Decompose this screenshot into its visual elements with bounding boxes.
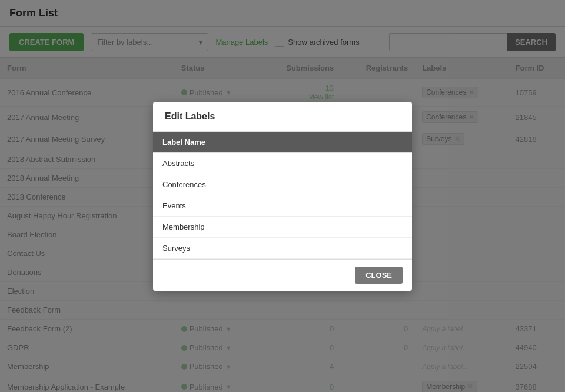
modal-col-label-name: Label Name: [153, 132, 412, 153]
modal-label-name: Conferences: [153, 174, 412, 195]
modal-label-name: Events: [153, 195, 412, 216]
edit-labels-modal: Edit Labels Label Name AbstractsConferen…: [153, 102, 412, 291]
modal-label-row[interactable]: Surveys: [153, 237, 412, 258]
modal-overlay: Edit Labels Label Name AbstractsConferen…: [0, 0, 565, 392]
modal-title: Edit Labels: [165, 111, 215, 121]
modal-label-row[interactable]: Conferences: [153, 174, 412, 195]
modal-label-row[interactable]: Events: [153, 195, 412, 216]
modal-label-name: Surveys: [153, 237, 412, 258]
modal-label-name: Membership: [153, 216, 412, 237]
modal-body: Label Name AbstractsConferencesEventsMem…: [153, 132, 412, 259]
modal-labels-table: Label Name AbstractsConferencesEventsMem…: [153, 132, 412, 259]
modal-label-row[interactable]: Membership: [153, 216, 412, 237]
modal-header: Edit Labels: [153, 102, 412, 132]
close-button[interactable]: CLOSE: [355, 267, 403, 284]
modal-label-name: Abstracts: [153, 152, 412, 174]
modal-footer: CLOSE: [153, 259, 412, 291]
modal-label-row[interactable]: Abstracts: [153, 152, 412, 174]
